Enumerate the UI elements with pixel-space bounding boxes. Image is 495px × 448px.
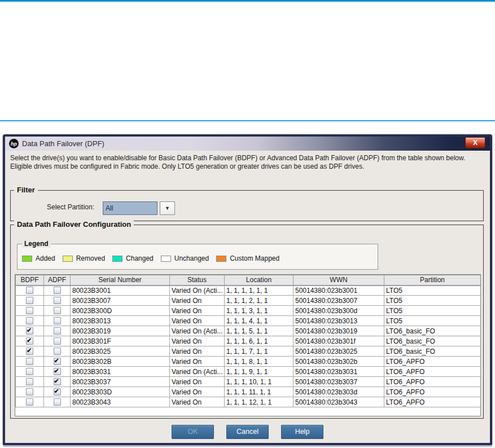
adpf-checkbox[interactable]: [54, 337, 61, 345]
adpf-cell: [44, 286, 71, 296]
filter-group: Filter Select Partition: All ▼: [10, 190, 484, 221]
legend-item: Removed: [63, 254, 105, 262]
bdpf-checkbox[interactable]: [26, 307, 33, 314]
table-row[interactable]: 80023B3037Varied On1, 1, 1, 10, 1, 15001…: [16, 377, 481, 387]
bdpf-checkbox[interactable]: [26, 297, 33, 304]
table-row[interactable]: 80023B303DVaried On1, 1, 1, 11, 1, 15001…: [16, 387, 481, 397]
table-row[interactable]: 80023B3043Varied On1, 1, 1, 12, 1, 15001…: [16, 397, 481, 407]
cancel-button[interactable]: Cancel: [226, 425, 269, 439]
location-cell: 1, 1, 1, 4, 1, 1: [225, 316, 294, 326]
bdpf-checkbox[interactable]: [26, 327, 33, 335]
partition-cell: LTO6_basic_FO: [384, 326, 481, 336]
bdpf-checkbox[interactable]: [26, 378, 33, 385]
wwn-cell: 50014380:023b3031: [294, 367, 384, 377]
bdpf-cell: [16, 316, 44, 326]
bdpf-cell: [16, 357, 44, 367]
status-cell: Varied On: [170, 346, 225, 357]
legend-color-swatch: [112, 256, 122, 262]
hp-logo-icon: hp: [9, 139, 19, 148]
bdpf-checkbox[interactable]: [26, 348, 33, 355]
partition-combobox-arrow-button[interactable]: ▼: [160, 201, 175, 215]
table-row[interactable]: 80023B3019Varied On (Acti...1, 1, 1, 5, …: [16, 326, 481, 336]
adpf-cell: [44, 296, 71, 306]
adpf-cell: [44, 397, 71, 407]
location-cell: 1, 1, 1, 5, 1, 1: [225, 326, 294, 336]
partition-cell: LTO5: [384, 296, 481, 306]
legend-color-swatch: [22, 256, 32, 262]
location-cell: 1, 1, 1, 10, 1, 1: [225, 377, 294, 387]
table-row[interactable]: 80023B3001Varied On (Acti...1, 1, 1, 1, …: [16, 286, 481, 296]
legend-item: Custom Mapped: [216, 254, 279, 262]
adpf-cell: [44, 326, 71, 336]
config-group-label: Data Path Failover Configuration: [14, 220, 134, 229]
wwn-cell: 50014380:023b3007: [294, 296, 384, 306]
location-cell: 1, 1, 1, 6, 1, 1: [225, 336, 294, 346]
wwn-cell: 50014380:023b303d: [294, 387, 384, 397]
status-cell: Varied On (Acti...: [170, 326, 225, 336]
table-body: 80023B3001Varied On (Acti...1, 1, 1, 1, …: [16, 286, 481, 407]
adpf-checkbox[interactable]: [54, 327, 61, 335]
adpf-checkbox[interactable]: [54, 297, 61, 304]
bdpf-checkbox[interactable]: [26, 317, 33, 324]
adpf-checkbox[interactable]: [54, 287, 61, 294]
partition-cell: LTO6_APFO: [384, 367, 481, 377]
wwn-cell: 50014380:023b300d: [294, 306, 384, 316]
adpf-cell: [44, 306, 71, 316]
legend-color-swatch: [63, 256, 73, 262]
bdpf-checkbox[interactable]: [26, 398, 33, 406]
legend-items: AddedRemovedChangedUnchangedCustom Mappe…: [22, 254, 279, 262]
wwn-cell: 50014380:023b3001: [294, 286, 384, 296]
table-row[interactable]: 80023B301FVaried On1, 1, 1, 6, 1, 150014…: [16, 336, 481, 346]
partition-cell: LTO6_APFO: [384, 397, 481, 407]
status-cell: Varied On: [170, 357, 225, 367]
partition-cell: LTO5: [384, 286, 481, 296]
table-row[interactable]: 80023B3025Varied On1, 1, 1, 7, 1, 150014…: [16, 346, 481, 357]
table-row[interactable]: 80023B302BVaried On1, 1, 1, 8, 1, 150014…: [16, 357, 481, 367]
adpf-checkbox[interactable]: [54, 368, 61, 375]
table-row[interactable]: 80023B3007Varied On1, 1, 1, 2, 1, 150014…: [16, 296, 481, 306]
adpf-checkbox[interactable]: [54, 358, 61, 365]
wwn-cell: 50014380:023b3043: [294, 397, 384, 407]
bdpf-checkbox[interactable]: [26, 337, 33, 345]
status-cell: Varied On (Acti...: [170, 286, 225, 296]
serial-number-cell: 80023B302B: [71, 357, 170, 367]
close-icon: X: [473, 139, 478, 147]
bdpf-checkbox[interactable]: [26, 358, 33, 365]
bdpf-checkbox[interactable]: [26, 388, 33, 396]
chevron-down-icon: ▼: [165, 205, 170, 211]
partition-cell: LTO5: [384, 306, 481, 316]
legend-group-label: Legend: [22, 240, 51, 248]
wwn-cell: 50014380:023b302b: [294, 357, 384, 367]
legend-color-swatch: [161, 256, 171, 262]
table-row[interactable]: 80023B3031Varied On (Acti...1, 1, 1, 9, …: [16, 367, 481, 377]
adpf-checkbox[interactable]: [54, 388, 61, 396]
bdpf-checkbox[interactable]: [26, 287, 33, 294]
wwn-cell: 50014380:023b3019: [294, 326, 384, 336]
dialog-client-area: Select the drive(s) you want to enable/d…: [5, 151, 490, 443]
table-row[interactable]: 80023B300DVaried On1, 1, 1, 3, 1, 150014…: [16, 306, 481, 316]
serial-number-cell: 80023B301F: [71, 336, 170, 346]
close-button[interactable]: X: [465, 137, 485, 148]
adpf-checkbox[interactable]: [54, 348, 61, 355]
bdpf-checkbox[interactable]: [26, 368, 33, 375]
adpf-checkbox[interactable]: [54, 378, 61, 385]
wwn-cell: 50014380:023b3013: [294, 316, 384, 326]
help-button[interactable]: Help: [281, 425, 323, 439]
adpf-checkbox[interactable]: [54, 307, 61, 314]
status-cell: Varied On (Acti...: [170, 367, 225, 377]
status-cell: Varied On: [170, 296, 225, 306]
description-line-2: drives must be configured in Fabric mode…: [34, 162, 364, 170]
legend-item-label: Added: [36, 254, 55, 262]
partition-combobox[interactable]: All: [103, 201, 157, 215]
table-row[interactable]: 80023B3013Varied On1, 1, 1, 4, 1, 150014…: [16, 316, 481, 326]
ok-button[interactable]: OK: [172, 425, 214, 439]
serial-number-cell: 80023B3037: [71, 377, 170, 387]
drive-table-viewport[interactable]: BDPFADPFSerial NumberStatusLocationWWNPa…: [15, 274, 481, 416]
adpf-checkbox[interactable]: [54, 398, 61, 406]
wwn-cell: 50014380:023b301f: [294, 336, 384, 346]
wwn-cell: 50014380:023b3037: [294, 377, 384, 387]
adpf-checkbox[interactable]: [54, 317, 61, 324]
bdpf-cell: [16, 326, 44, 336]
serial-number-cell: 80023B3019: [71, 326, 170, 336]
title-bar: hp Data Path Failover (DPF) X: [5, 137, 490, 151]
